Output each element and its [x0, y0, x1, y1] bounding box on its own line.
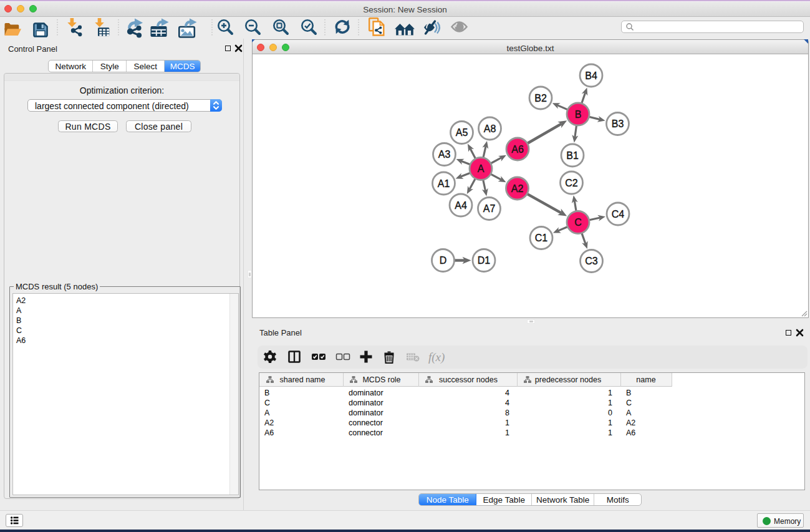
svg-text:C: C	[574, 217, 582, 228]
svg-text:8: 8	[505, 409, 509, 417]
svg-text:A2: A2	[626, 418, 635, 427]
svg-text:1: 1	[505, 428, 509, 437]
svg-text:dominator: dominator	[349, 399, 383, 407]
svg-text:A4: A4	[455, 200, 467, 211]
svg-text:4: 4	[505, 389, 509, 397]
svg-text:A2: A2	[264, 418, 274, 427]
svg-text:shared name: shared name	[280, 375, 325, 384]
svg-text:A5: A5	[456, 127, 468, 138]
svg-text:A6: A6	[626, 428, 635, 437]
svg-text:A6: A6	[264, 428, 274, 437]
svg-text:MCDS role: MCDS role	[362, 375, 400, 384]
svg-text:C3: C3	[585, 256, 598, 266]
svg-text:1: 1	[608, 418, 612, 427]
svg-text:f(x): f(x)	[428, 351, 445, 364]
svg-text:C: C	[264, 399, 270, 407]
svg-text:B3: B3	[612, 118, 624, 129]
svg-text:C4: C4	[612, 209, 625, 220]
svg-text:D: D	[440, 255, 447, 266]
svg-text:A8: A8	[484, 123, 496, 134]
svg-text:C1: C1	[535, 233, 548, 243]
svg-text:A: A	[626, 409, 632, 417]
svg-text:A: A	[264, 409, 270, 417]
svg-text:C2: C2	[565, 178, 578, 188]
svg-text:B: B	[264, 389, 269, 397]
svg-text:B: B	[626, 389, 631, 397]
svg-text:1: 1	[505, 418, 509, 427]
svg-text:B: B	[575, 109, 582, 120]
svg-text:connector: connector	[349, 418, 383, 427]
svg-text:name: name	[636, 375, 655, 384]
svg-text:0: 0	[608, 409, 612, 417]
svg-text:C: C	[626, 399, 632, 407]
svg-text:1: 1	[608, 428, 612, 437]
svg-text:connector: connector	[349, 428, 383, 437]
svg-text:dominator: dominator	[349, 409, 383, 417]
svg-text:A3: A3	[438, 149, 451, 160]
svg-text:A7: A7	[483, 203, 496, 214]
svg-text:successor nodes: successor nodes	[439, 375, 498, 384]
svg-text:B4: B4	[585, 70, 597, 81]
svg-text:1: 1	[608, 399, 612, 407]
svg-text:A: A	[478, 163, 485, 174]
svg-text:1: 1	[608, 389, 612, 397]
svg-text:B1: B1	[566, 150, 579, 161]
svg-text:A6: A6	[511, 144, 524, 155]
svg-text:dominator: dominator	[349, 389, 383, 397]
svg-text:predecessor nodes: predecessor nodes	[535, 375, 601, 384]
svg-text:A2: A2	[511, 183, 524, 194]
svg-text:A1: A1	[438, 178, 450, 189]
svg-text:4: 4	[505, 399, 509, 407]
svg-text:D1: D1	[478, 255, 491, 266]
svg-text:B2: B2	[534, 93, 547, 104]
